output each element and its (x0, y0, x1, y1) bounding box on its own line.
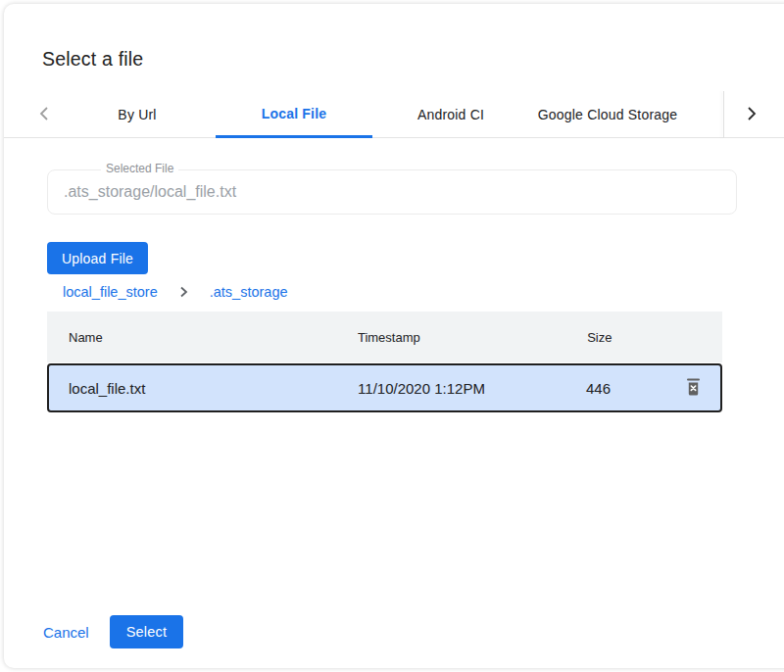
table-row-selected[interactable]: local_file.txt 11/10/2020 1:12PM 446 (47, 363, 722, 412)
tab-local-file[interactable]: Local File (216, 91, 372, 138)
file-name-cell: local_file.txt (49, 380, 358, 397)
tab-google-cloud-storage[interactable]: Google Cloud Storage (529, 91, 686, 138)
tab-bar: By Url Local File Android CI Google Clou… (4, 91, 784, 138)
dialog-actions: Cancel Select (39, 615, 183, 648)
header-timestamp: Timestamp (358, 330, 587, 345)
chevron-right-icon (747, 106, 758, 124)
upload-file-button[interactable]: Upload File (47, 242, 148, 274)
header-name: Name (47, 330, 358, 345)
selected-file-field: Selected File (47, 169, 737, 215)
selected-file-label: Selected File (101, 162, 178, 175)
breadcrumb-root-link[interactable]: local_file_store (63, 284, 158, 300)
file-table: Name Timestamp Size local_file.txt 11/10… (47, 312, 722, 412)
tab-by-url[interactable]: By Url (59, 91, 216, 138)
delete-file-button[interactable] (682, 374, 705, 403)
cancel-button[interactable]: Cancel (39, 620, 93, 645)
selected-file-input[interactable] (48, 170, 736, 214)
file-size-cell: 446 (586, 380, 666, 397)
table-header-row: Name Timestamp Size (47, 312, 722, 362)
delete-icon (686, 378, 701, 399)
breadcrumb-chevron-icon (179, 286, 188, 298)
select-button[interactable]: Select (110, 615, 184, 648)
breadcrumb-folder-link[interactable]: .ats_storage (210, 284, 288, 300)
header-size: Size (587, 330, 668, 345)
chevron-left-icon (38, 106, 49, 124)
file-timestamp-cell: 11/10/2020 1:12PM (358, 380, 586, 397)
tab-android-ci[interactable]: Android CI (372, 91, 529, 138)
tab-list: By Url Local File Android CI Google Clou… (59, 91, 686, 138)
select-file-dialog: Select a file By Url Local File Android … (4, 4, 784, 668)
dialog-title: Select a file (42, 48, 143, 71)
tabs-scroll-right-button[interactable] (724, 91, 779, 138)
breadcrumb: local_file_store .ats_storage (63, 284, 288, 300)
